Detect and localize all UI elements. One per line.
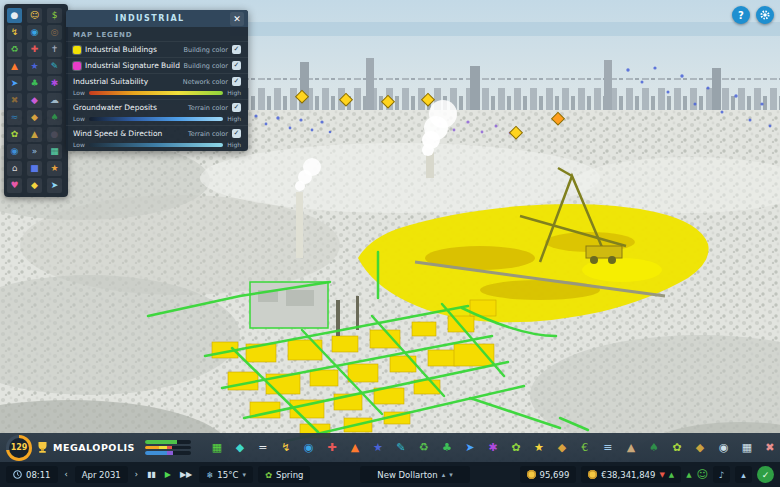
garbage-tool-icon[interactable]: ♻ xyxy=(414,438,434,458)
settings-button[interactable] xyxy=(756,6,774,24)
chevron-down-icon: ▾ xyxy=(242,471,246,479)
bottom-ui: 129 MEGALOPOLIS ▦◆═↯◉✚▲★✎♻♣➤✱✿★◆€≡▲♠✿◆ ◉… xyxy=(0,433,780,487)
areas-tool-icon[interactable]: ◆ xyxy=(230,438,250,458)
temperature-dropdown[interactable]: ❄ 15°C ▾ xyxy=(199,466,253,483)
electricity-infoview-icon[interactable]: ↯ xyxy=(7,25,22,40)
milestone-level: 129 xyxy=(9,438,29,458)
photo-mode-icon[interactable]: ◉ xyxy=(714,438,734,458)
outside-connections-infoview-icon[interactable]: ➤ xyxy=(47,178,62,193)
demand-segment xyxy=(167,446,173,450)
education-infoview-icon[interactable]: ✎ xyxy=(47,59,62,74)
high-label: High xyxy=(227,141,241,148)
air-pollution-infoview-icon[interactable]: ☁ xyxy=(47,93,62,108)
population-trend-icon: ▲ xyxy=(686,471,691,479)
economy-tool-icon[interactable]: € xyxy=(575,438,595,458)
prev-button[interactable]: ‹ xyxy=(63,470,70,479)
healthcare-infoview-icon[interactable]: ✚ xyxy=(27,42,42,57)
roads-tool-icon[interactable]: ═ xyxy=(253,438,273,458)
terraforming-tool-icon[interactable]: ▲ xyxy=(621,438,641,458)
education-tool-icon[interactable]: ✎ xyxy=(391,438,411,458)
agriculture-tool-icon[interactable]: ✿ xyxy=(667,438,687,458)
fire-safety-infoview-icon[interactable]: ▲ xyxy=(7,59,22,74)
bulldozer-icon[interactable]: ✖ xyxy=(760,438,780,458)
map-legend-label: MAP LEGEND xyxy=(66,27,248,41)
buildings-infoview-icon[interactable]: ⌂ xyxy=(7,161,22,176)
map-options-icon[interactable]: ▦ xyxy=(737,438,757,458)
oil-infoview-icon[interactable]: ● xyxy=(47,127,62,142)
suitability-gradient xyxy=(89,91,223,95)
zones-tool-icon[interactable]: ▦ xyxy=(207,438,227,458)
police-infoview-icon[interactable]: ★ xyxy=(27,59,42,74)
land-value-infoview-icon[interactable]: $ xyxy=(47,8,62,23)
deathcare-infoview-icon[interactable]: ✝ xyxy=(47,42,62,57)
industry-tool-icon[interactable]: ◆ xyxy=(552,438,572,458)
date-display: Apr 2031 xyxy=(75,466,128,483)
industrial-legend-panel: INDUSTRIAL ✕ MAP LEGEND Industrial Build… xyxy=(66,10,248,151)
industrial-buildings-checkbox[interactable]: ✓ xyxy=(232,45,241,54)
legend-title: INDUSTRIAL xyxy=(70,14,230,23)
city-status-button[interactable]: ✓ xyxy=(757,466,774,483)
ore-mining-tool-icon[interactable]: ◆ xyxy=(690,438,710,458)
transportation-tool-icon[interactable]: ➤ xyxy=(460,438,480,458)
communications-infoview-icon[interactable]: ✱ xyxy=(47,76,62,91)
budget-display[interactable]: €38,341,849 ▼ ▲ xyxy=(581,466,681,483)
residential-demand-bar xyxy=(145,440,191,444)
electricity-tool-icon[interactable]: ↯ xyxy=(276,438,296,458)
check-icon: ✓ xyxy=(762,470,770,480)
statistics-tool-icon[interactable]: ≡ xyxy=(598,438,618,458)
ground-pollution-infoview-icon[interactable]: ✖ xyxy=(7,93,22,108)
communications-tool-icon[interactable]: ✱ xyxy=(483,438,503,458)
signature-buildings-checkbox[interactable]: ✓ xyxy=(232,61,241,70)
signature-buildings-tool-icon[interactable]: ★ xyxy=(529,438,549,458)
groundwater-infoview-icon[interactable]: ◉ xyxy=(7,144,22,159)
healthcare-tool-icon[interactable]: ✚ xyxy=(322,438,342,458)
tourism-infoview-icon[interactable]: ★ xyxy=(47,161,62,176)
season-icon: ✿ xyxy=(265,470,272,480)
parks-recreation-tool-icon[interactable]: ♣ xyxy=(437,438,457,458)
radio-button[interactable]: ♪ xyxy=(713,466,730,483)
wind-gradient xyxy=(89,143,223,147)
parks-infoview-icon[interactable]: ♣ xyxy=(27,76,42,91)
groundwater-checkbox[interactable]: ✓ xyxy=(232,103,241,112)
sewage-infoview-icon[interactable]: ◎ xyxy=(47,25,62,40)
forestry-infoview-icon[interactable]: ♠ xyxy=(47,110,62,125)
city-name-selector[interactable]: New Dollarton ▴ ▾ xyxy=(360,466,470,483)
employment-infoview-icon[interactable]: ■ xyxy=(27,161,42,176)
ore-infoview-icon[interactable]: ▲ xyxy=(27,127,42,142)
fire-rescue-tool-icon[interactable]: ▲ xyxy=(345,438,365,458)
next-button[interactable]: › xyxy=(133,470,140,479)
natural-resources-infoview-icon[interactable]: ◆ xyxy=(27,110,42,125)
forestry-tool-icon[interactable]: ♠ xyxy=(644,438,664,458)
help-button[interactable]: ? xyxy=(732,6,750,24)
fast-forward-button[interactable]: ▶▶ xyxy=(178,470,194,479)
water-pollution-infoview-icon[interactable]: ≈ xyxy=(7,110,22,125)
fertile-land-infoview-icon[interactable]: ✿ xyxy=(7,127,22,142)
pause-button[interactable]: ▮▮ xyxy=(145,470,158,479)
transportation-infoview-icon[interactable]: ➤ xyxy=(7,76,22,91)
police-tool-icon[interactable]: ★ xyxy=(368,438,388,458)
money-display[interactable]: 95,699 xyxy=(520,466,577,483)
wind-checkbox[interactable]: ✓ xyxy=(232,129,241,138)
zones-infoview-icon[interactable]: ▦ xyxy=(47,144,62,159)
rci-demand[interactable] xyxy=(145,440,191,455)
legend-row-industrial-buildings: Industrial Buildings Building color ✓ xyxy=(66,41,248,57)
attractiveness-infoview-icon[interactable]: ♥ xyxy=(7,178,22,193)
water-sewage-tool-icon[interactable]: ◉ xyxy=(299,438,319,458)
population-infoview-icon[interactable]: ● xyxy=(7,8,22,23)
collapse-toolbar-button[interactable]: ▴ xyxy=(735,466,752,483)
happiness-infoview-icon[interactable]: ☺ xyxy=(27,8,42,23)
close-icon[interactable]: ✕ xyxy=(230,12,244,26)
play-button[interactable]: ▶ xyxy=(163,470,173,479)
milestone-progress-badge[interactable]: 129 xyxy=(6,435,32,461)
garbage-infoview-icon[interactable]: ♻ xyxy=(7,42,22,57)
milestones-infoview-icon[interactable]: ◆ xyxy=(27,178,42,193)
season-display: ✿ Spring xyxy=(258,466,311,483)
milestone-title: MEGALOPOLIS xyxy=(53,442,135,453)
demand-segment xyxy=(145,451,167,455)
wind-infoview-icon[interactable]: » xyxy=(27,144,42,159)
water-infoview-icon[interactable]: ◉ xyxy=(27,25,42,40)
legend-row-groundwater: Groundwater Deposits Terrain color ✓ Low… xyxy=(66,99,248,125)
suitability-checkbox[interactable]: ✓ xyxy=(232,77,241,86)
landscaping-tool-icon[interactable]: ✿ xyxy=(506,438,526,458)
noise-pollution-infoview-icon[interactable]: ◆ xyxy=(27,93,42,108)
